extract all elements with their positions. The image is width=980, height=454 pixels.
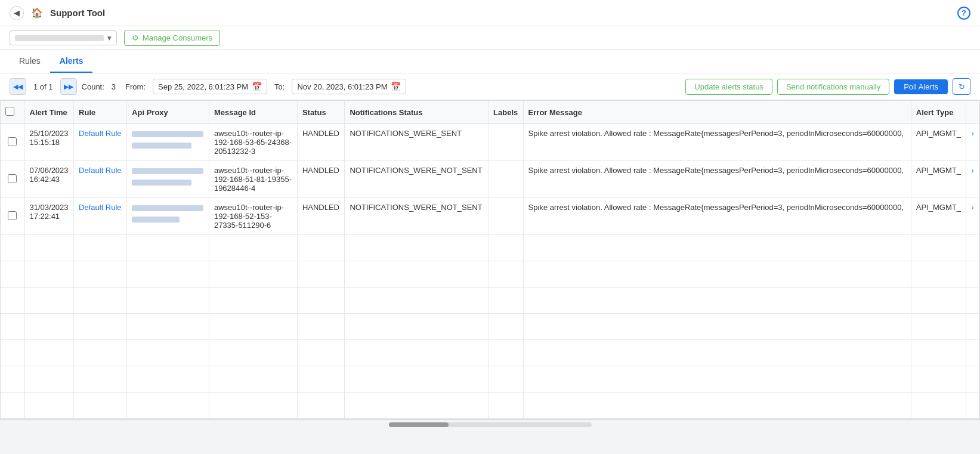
col-message-id: Message Id <box>209 101 297 124</box>
col-alert-time: Alert Time <box>24 101 74 124</box>
row-3-rule: Default Rule <box>74 198 127 235</box>
row-2-labels <box>489 161 524 198</box>
row-3-chevron[interactable]: › <box>966 198 979 235</box>
from-calendar-icon: 📅 <box>252 82 262 91</box>
row-3-alert-time: 31/03/2023 17:22:41 <box>24 198 74 235</box>
row-1-message-id: awseu10t--router-ip-192-168-53-65-24368-… <box>209 124 297 161</box>
tab-rules[interactable]: Rules <box>10 50 50 73</box>
api-proxy-blurred-3b <box>132 217 180 223</box>
table-row-empty <box>1 261 979 288</box>
scrollbar-thumb[interactable] <box>389 422 449 427</box>
manage-consumers-icon: ⚙ <box>132 33 139 42</box>
row-1-rule-link[interactable]: Default Rule <box>79 129 122 138</box>
row-2-notifications-status: NOTIFICATIONS_WERE_NOT_SENT <box>345 161 489 198</box>
table-header-row: Alert Time Rule Api Proxy Message Id Sta… <box>1 101 979 124</box>
scrollbar-track <box>389 422 592 427</box>
table-row-empty <box>1 288 979 314</box>
table-row: 31/03/2023 17:22:41 Default Rule awseu10… <box>1 198 979 235</box>
row-3-api-proxy <box>127 198 209 235</box>
col-checkbox <box>1 101 24 124</box>
to-label: To: <box>274 82 285 91</box>
row-1-labels <box>489 124 524 161</box>
secondary-bar: ▾ ⚙ Manage Consumers <box>0 26 980 50</box>
row-3-error-message: Spike arrest violation. Allowed rate : M… <box>523 198 911 235</box>
alerts-table-container: Alert Time Rule Api Proxy Message Id Sta… <box>0 100 980 419</box>
row-1-notifications-status: NOTIFICATIONS_WERE_SENT <box>345 124 489 161</box>
alerts-toolbar: ◀◀ 1 of 1 ▶▶ Count: 3 From: Sep 25, 2022… <box>0 73 980 100</box>
row-2-error-message: Spike arrest violation. Allowed rate : M… <box>523 161 911 198</box>
row-2-api-proxy <box>127 161 209 198</box>
row-2-message-id: awseu10t--router-ip-192-168-51-81-19355-… <box>209 161 297 198</box>
row-2-checkbox[interactable] <box>8 174 17 183</box>
from-label: From: <box>125 82 146 91</box>
table-row-empty <box>1 235 979 261</box>
tab-alerts[interactable]: Alerts <box>50 50 93 73</box>
col-status: Status <box>297 101 345 124</box>
from-date-value: Sep 25, 2022, 6:01:23 PM <box>158 82 248 91</box>
table-row: 25/10/2023 15:15:18 Default Rule awseu10… <box>1 124 979 161</box>
row-1-error-message: Spike arrest violation. Allowed rate : M… <box>523 124 911 161</box>
row-1-rule: Default Rule <box>74 124 127 161</box>
from-date-input[interactable]: Sep 25, 2022, 6:01:23 PM 📅 <box>153 79 267 94</box>
row-checkbox-cell <box>1 161 24 198</box>
col-error-message: Error Message <box>523 101 911 124</box>
row-3-rule-link[interactable]: Default Rule <box>79 203 122 212</box>
send-notifications-button[interactable]: Send notifications manually <box>777 79 889 95</box>
row-2-alert-type: API_MGMT_ <box>911 161 966 198</box>
refresh-button[interactable]: ↻ <box>953 78 970 95</box>
row-3-alert-type: API_MGMT_ <box>911 198 966 235</box>
row-2-chevron[interactable]: › <box>966 161 979 198</box>
api-proxy-blurred-1b <box>132 143 191 149</box>
api-proxy-blurred-2 <box>132 168 203 174</box>
consumer-dropdown[interactable]: ▾ <box>10 30 117 45</box>
count-label: Count: <box>82 82 104 91</box>
refresh-icon: ↻ <box>959 82 965 91</box>
row-2-alert-time: 07/06/2023 16:42:43 <box>24 161 74 198</box>
col-api-proxy: Api Proxy <box>127 101 209 124</box>
top-bar: ◀ 🏠 Support Tool ? <box>0 0 980 26</box>
row-3-message-id: awseu10t--router-ip-192-168-52-153-27335… <box>209 198 297 235</box>
row-1-status: HANDLED <box>297 124 345 161</box>
row-1-alert-type: API_MGMT_ <box>911 124 966 161</box>
manage-consumers-label: Manage Consumers <box>143 33 212 42</box>
to-calendar-icon: 📅 <box>391 82 401 91</box>
next-next-button[interactable]: ▶▶ <box>60 78 77 95</box>
manage-consumers-button[interactable]: ⚙ Manage Consumers <box>124 30 220 46</box>
horizontal-scrollbar[interactable] <box>0 419 980 430</box>
update-alerts-button[interactable]: Update alerts status <box>685 79 772 95</box>
to-date-value: Nov 20, 2023, 6:01:23 PM <box>297 82 387 91</box>
row-1-alert-time: 25/10/2023 15:15:18 <box>24 124 74 161</box>
count-value: 3 <box>112 82 116 91</box>
api-proxy-blurred-2b <box>132 180 191 186</box>
row-checkbox-cell <box>1 198 24 235</box>
poll-alerts-button[interactable]: Poll Alerts <box>894 79 948 94</box>
row-2-status: HANDLED <box>297 161 345 198</box>
to-date-input[interactable]: Nov 20, 2023, 6:01:23 PM 📅 <box>292 79 406 94</box>
table-row-empty <box>1 393 979 419</box>
row-3-status: HANDLED <box>297 198 345 235</box>
help-button[interactable]: ? <box>957 7 970 20</box>
col-actions <box>966 101 979 124</box>
col-rule: Rule <box>74 101 127 124</box>
row-checkbox-cell <box>1 124 24 161</box>
table-row: 07/06/2023 16:42:43 Default Rule awseu10… <box>1 161 979 198</box>
row-3-labels <box>489 198 524 235</box>
dropdown-value-blurred <box>15 35 104 41</box>
row-1-checkbox[interactable] <box>8 137 17 146</box>
row-2-rule-link[interactable]: Default Rule <box>79 166 122 175</box>
row-1-chevron[interactable]: › <box>966 124 979 161</box>
back-button[interactable]: ◀ <box>10 6 24 20</box>
prev-prev-button[interactable]: ◀◀ <box>10 78 26 95</box>
row-3-notifications-status: NOTIFICATIONS_WERE_NOT_SENT <box>345 198 489 235</box>
table-row-empty <box>1 314 979 340</box>
api-proxy-blurred-1 <box>132 131 203 137</box>
col-labels: Labels <box>489 101 524 124</box>
next-next-icon: ▶▶ <box>64 83 73 91</box>
app-title: Support Tool <box>50 8 105 18</box>
row-3-checkbox[interactable] <box>8 211 17 220</box>
col-alert-type: Alert Type <box>911 101 966 124</box>
select-all-checkbox[interactable] <box>5 107 14 116</box>
api-proxy-blurred-3 <box>132 205 203 211</box>
home-icon[interactable]: 🏠 <box>31 7 43 18</box>
table-row-empty <box>1 366 979 393</box>
